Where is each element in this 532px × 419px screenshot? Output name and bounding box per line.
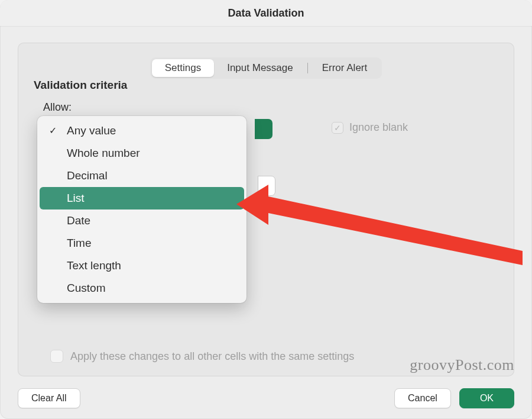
ignore-blank-label: Ignore blank	[349, 121, 408, 134]
checkmark-icon: ✓	[49, 120, 57, 142]
option-label: Custom	[67, 282, 105, 294]
check-icon: ✓	[334, 123, 341, 133]
allow-option-whole-number[interactable]: Whole number	[40, 142, 244, 165]
allow-option-custom[interactable]: Custom	[40, 277, 244, 299]
data-select-behind[interactable]	[258, 176, 275, 196]
clear-all-button[interactable]: Clear All	[18, 388, 80, 408]
option-label: Text length	[67, 259, 121, 272]
tab-input-message[interactable]: Input Message	[214, 59, 306, 77]
option-label: Whole number	[67, 147, 140, 159]
tab-error-alert[interactable]: Error Alert	[309, 59, 381, 77]
watermark: groovyPost.com	[410, 356, 514, 374]
section-title: Validation criteria	[34, 79, 127, 92]
tabbar-wrap: Settings Input Message Error Alert	[18, 43, 514, 79]
allow-option-time[interactable]: Time	[40, 232, 244, 254]
option-label: List	[67, 192, 85, 204]
allow-dropdown[interactable]: ✓ Any value Whole number Decimal List Da…	[37, 116, 246, 303]
option-label: Date	[67, 214, 90, 227]
allow-label: Allow:	[43, 101, 72, 114]
allow-option-list[interactable]: List	[40, 187, 244, 210]
dialog-window: Data Validation Settings Input Message E…	[0, 0, 532, 419]
allow-option-decimal[interactable]: Decimal	[40, 165, 244, 187]
ignore-blank-checkbox: ✓	[332, 122, 343, 134]
tabbar: Settings Input Message Error Alert	[150, 57, 382, 79]
apply-all-row: Apply these changes to all other cells w…	[50, 350, 354, 363]
tab-settings[interactable]: Settings	[152, 59, 214, 77]
button-row: Clear All Cancel OK	[18, 388, 514, 408]
allow-option-any-value[interactable]: ✓ Any value	[40, 120, 244, 142]
ignore-blank-row: ✓ Ignore blank	[332, 121, 408, 134]
option-label: Time	[67, 237, 92, 249]
option-label: Any value	[67, 124, 116, 137]
option-label: Decimal	[67, 169, 108, 182]
apply-all-label: Apply these changes to all other cells w…	[70, 350, 354, 363]
apply-all-checkbox	[50, 350, 63, 363]
cancel-button[interactable]: Cancel	[394, 388, 451, 408]
dialog-title: Data Validation	[0, 0, 532, 26]
tab-separator	[307, 63, 308, 73]
allow-select-behind[interactable]	[255, 119, 273, 139]
allow-option-text-length[interactable]: Text length	[40, 254, 244, 277]
ok-button[interactable]: OK	[459, 388, 514, 408]
allow-option-date[interactable]: Date	[40, 210, 244, 232]
